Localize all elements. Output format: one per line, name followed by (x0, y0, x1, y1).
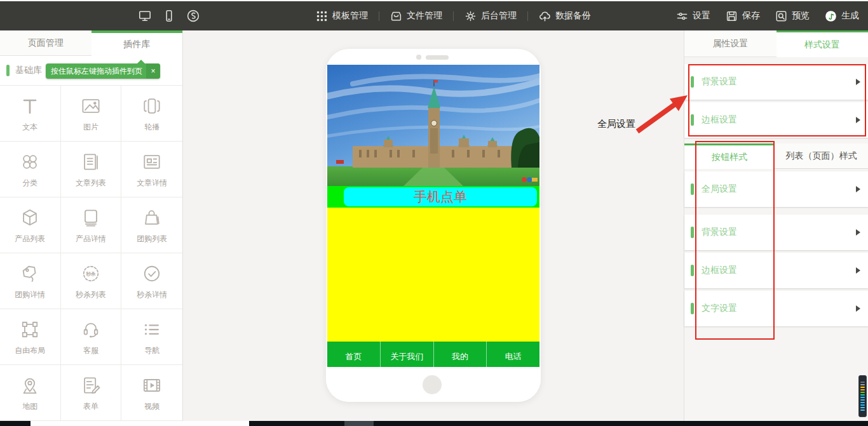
button-section-row[interactable]: 边框设置 (684, 253, 868, 288)
tooltip-close-icon[interactable]: × (146, 63, 160, 79)
plugin-carousel[interactable]: 轮播 (121, 86, 182, 142)
phone-nav-item[interactable]: 首页 (327, 342, 381, 367)
library-label: 基础库 (15, 65, 42, 76)
settings-tab-属性设置[interactable]: 属性设置 (684, 30, 776, 57)
green-marker-bar (691, 114, 694, 126)
widget-dash (860, 397, 865, 398)
mobile-phone-icon (163, 10, 175, 22)
plugin-nav-list[interactable]: 导航 (121, 309, 182, 365)
chevron-right-icon (856, 305, 860, 312)
widget-dash (860, 387, 865, 388)
settings-tab-样式设置[interactable]: 样式设置 (776, 30, 868, 57)
phone-hero-image[interactable] (327, 65, 539, 186)
style-sub-tab-列表（页面）样式[interactable]: 列表（页面）样式 (775, 143, 868, 169)
style-section-row[interactable]: 背景设置 (684, 64, 868, 100)
nav-list-icon (140, 318, 163, 341)
desktop-monitor-button[interactable] (139, 10, 151, 22)
toolbar-menu-grid-apps[interactable]: 模板管理 (316, 10, 368, 22)
generate-icon (825, 10, 837, 22)
editor-canvas[interactable]: 手机点单 首页关于我们我的电话 (183, 30, 684, 421)
plugin-image[interactable]: 图片 (61, 86, 122, 142)
phone-mockup: 手机点单 首页关于我们我的电话 (326, 49, 541, 402)
plugin-product-list[interactable]: 产品列表 (0, 197, 61, 253)
drag-hint-tooltip: 按住鼠标左键拖动插件到页 × (46, 63, 160, 79)
browser-extension-widget[interactable] (858, 375, 867, 417)
toolbar-menu-file-manage[interactable]: 文件管理 (390, 10, 442, 22)
phone-nav-item[interactable]: 电话 (487, 342, 539, 367)
menu-separator (527, 11, 528, 21)
toolbar-menu-label: 模板管理 (332, 10, 368, 22)
device-preview-group (139, 1, 200, 30)
style-sub-tab-按钮样式[interactable]: 按钮样式 (684, 143, 775, 169)
toolbar-action-preview[interactable]: 预览 (775, 10, 810, 22)
plugin-label: 自由布局 (15, 345, 45, 356)
plugin-label: 地图 (22, 401, 37, 412)
plugin-product-detail[interactable]: 产品详情 (61, 197, 122, 253)
sidebar-tab-页面管理[interactable]: 页面管理 (0, 30, 92, 56)
gear-icon (465, 10, 477, 22)
toolbar-action-label: 保存 (742, 10, 760, 22)
toolbar-menu-cloud-upload[interactable]: 数据备份 (539, 10, 591, 22)
style-sections-top: 背景设置边框设置 (684, 57, 868, 138)
plugin-video[interactable]: 视频 (121, 365, 182, 421)
plugin-article-list[interactable]: 文章列表 (61, 142, 122, 197)
plugin-label: 产品列表 (15, 234, 45, 244)
plugin-text[interactable]: 文本 (0, 86, 61, 142)
save-icon (726, 10, 738, 22)
sidebar-tab-插件库[interactable]: 插件库 (92, 30, 183, 56)
plugin-category[interactable]: 分类 (0, 142, 61, 197)
menu-separator (453, 11, 454, 21)
form-edit-icon (79, 374, 102, 397)
toolbar-center-menu: 模板管理文件管理后台管理数据备份 (316, 1, 591, 30)
scrollbar-segment (344, 421, 374, 426)
plugin-grid: 文本图片轮播分类文章列表文章详情产品列表产品详情团购列表团购详情秒杀秒杀列表秒杀… (0, 85, 182, 421)
toolbar-action-generate[interactable]: 生成 (825, 10, 859, 22)
plugin-map-pin[interactable]: 地图 (0, 365, 61, 421)
plugin-sidebar: 页面管理插件库 基础库 按住鼠标左键拖动插件到页 × 文本图片轮播分类文章列表文… (0, 30, 183, 421)
mobile-phone-button[interactable] (163, 10, 175, 22)
sliders-icon (676, 10, 688, 22)
toolbar-menu-gear[interactable]: 后台管理 (465, 10, 517, 22)
preview-icon (775, 10, 787, 22)
plugin-groupbuy-list[interactable]: 团购列表 (121, 197, 182, 253)
section-label: 文字设置 (702, 303, 737, 314)
toolbar-action-sliders[interactable]: 设置 (676, 10, 710, 22)
plugin-service[interactable]: 客服 (61, 309, 122, 365)
seckill-detail-icon (140, 262, 163, 285)
button-style-sections: 全局设置背景设置边框设置文字设置 (684, 169, 868, 326)
green-marker-bar (691, 265, 694, 276)
button-section-row[interactable]: 背景设置 (684, 215, 868, 250)
plugin-label: 秒杀列表 (76, 290, 106, 300)
scrollbar-thumb[interactable] (31, 421, 249, 426)
plugin-groupbuy-detail[interactable]: 团购详情 (0, 253, 61, 309)
toolbar-menu-label: 文件管理 (407, 10, 442, 22)
phone-nav-item[interactable]: 我的 (434, 342, 487, 367)
plugin-label: 文章详情 (137, 178, 167, 189)
phone-title-text: 手机点单 (414, 188, 467, 206)
green-marker-bar (691, 303, 694, 314)
plugin-free-layout[interactable]: 自由布局 (0, 309, 61, 365)
button-section-row[interactable]: 文字设置 (684, 291, 868, 326)
phone-bezel-bottom (326, 367, 541, 402)
phone-title-button[interactable]: 手机点单 (344, 187, 537, 206)
widget-dash (860, 382, 865, 383)
tooltip-text: 按住鼠标左键拖动插件到页 (51, 66, 142, 77)
plugin-form-edit[interactable]: 表单 (61, 365, 122, 421)
toolbar-action-label: 生成 (841, 10, 859, 22)
image-icon (79, 95, 102, 117)
plugin-article-detail[interactable]: 文章详情 (121, 142, 182, 197)
style-sub-tabs: 按钮样式列表（页面）样式 (684, 143, 868, 169)
link-circle-button[interactable] (187, 10, 200, 22)
toolbar-action-save[interactable]: 保存 (726, 10, 760, 22)
widget-dash (860, 404, 865, 406)
style-section-row[interactable]: 边框设置 (684, 102, 868, 138)
plugin-seckill-list[interactable]: 秒杀秒杀列表 (61, 253, 122, 309)
plugin-seckill-detail[interactable]: 秒杀详情 (121, 253, 182, 309)
phone-nav-item[interactable]: 关于我们 (381, 342, 434, 367)
article-list-icon (79, 150, 102, 173)
phone-camera-dot (416, 55, 421, 60)
section-label: 背景设置 (702, 227, 737, 238)
button-section-row[interactable]: 全局设置 (684, 171, 868, 207)
desktop-monitor-icon (139, 10, 151, 22)
phone-content-area[interactable] (327, 208, 539, 342)
